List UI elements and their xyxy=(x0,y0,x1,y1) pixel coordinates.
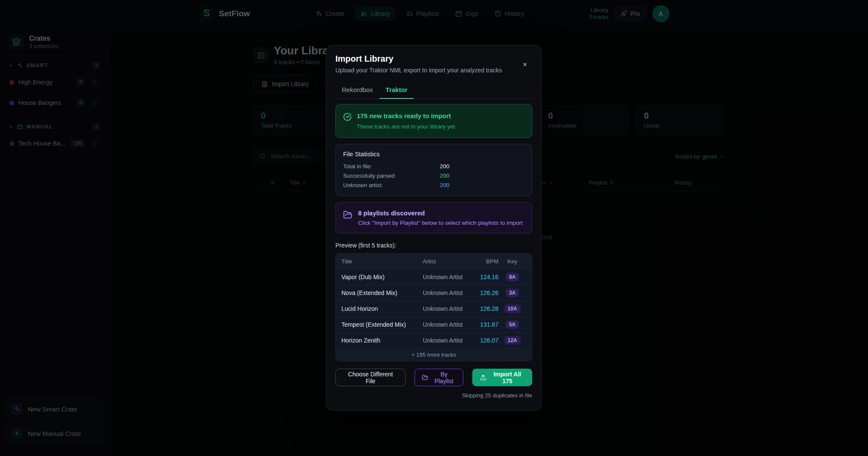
preview-table-header: Title Artist BPM Key xyxy=(336,253,532,269)
table-row: Lucid Horizon Unknown Artist 126.28 10A xyxy=(336,301,532,316)
folder-open-icon xyxy=(343,210,353,220)
choose-different-file-button[interactable]: Choose Different File xyxy=(335,369,406,386)
import-source-tabs: Rekordbox Traktor xyxy=(335,82,532,99)
playlists-discovered-card: 8 playlists discovered Click "Import by … xyxy=(335,202,532,233)
modal-subtitle: Upload your Traktor NML export to import… xyxy=(335,67,532,74)
circle-check-icon xyxy=(343,113,352,121)
table-row: Vapor (Dub Mix) Unknown Artist 124.16 8A xyxy=(336,269,532,285)
key-badge: 3A xyxy=(506,289,519,297)
table-row: Horizon Zenith Unknown Artist 126.07 12A xyxy=(336,332,532,348)
file-statistics-title: File Statistics xyxy=(343,151,524,158)
key-badge: 5A xyxy=(506,320,519,329)
key-badge: 8A xyxy=(506,273,519,281)
preview-table: Title Artist BPM Key Vapor (Dub Mix) Unk… xyxy=(335,253,532,361)
close-icon[interactable] xyxy=(520,59,530,69)
import-ready-alert: 175 new tracks ready to import These tra… xyxy=(335,104,532,138)
file-statistics-card: File Statistics Total in file: 200 Succe… xyxy=(335,144,532,196)
modal-title: Import Library xyxy=(335,54,532,64)
playlists-title: 8 playlists discovered xyxy=(358,209,523,217)
import-library-modal: Import Library Upload your Traktor NML e… xyxy=(326,45,542,411)
duplicates-note: Skipping 25 duplicates in file xyxy=(335,392,532,399)
tab-rekordbox[interactable]: Rekordbox xyxy=(335,82,379,99)
table-row: Tempest (Extended Mix) Unknown Artist 13… xyxy=(336,316,532,332)
stat-row-parsed: Successfully parsed: 200 xyxy=(343,173,524,179)
table-row: Nova (Extended Mix) Unknown Artist 126.2… xyxy=(336,285,532,301)
key-badge: 10A xyxy=(504,304,521,313)
stat-row-unknown-artist: Unknown artist: 200 xyxy=(343,182,524,188)
alert-title: 175 new tracks ready to import xyxy=(357,112,455,119)
key-badge: 12A xyxy=(504,336,521,345)
playlists-subtitle: Click "Import by Playlist" below to sele… xyxy=(358,220,523,226)
import-all-button[interactable]: Import All 175 xyxy=(472,369,532,386)
upload-icon xyxy=(480,374,486,381)
folder-open-icon xyxy=(422,374,428,381)
preview-label: Preview (first 5 tracks): xyxy=(335,242,532,249)
modal-actions: Choose Different File By Playlist Import… xyxy=(335,369,532,386)
alert-subtitle: These tracks are not in your library yet xyxy=(357,123,455,130)
more-tracks-footer: + 195 more tracks xyxy=(336,348,532,361)
by-playlist-button[interactable]: By Playlist xyxy=(415,369,463,386)
app-root: SetFlow Create Library Playlists Gigs xyxy=(0,0,868,456)
tab-traktor[interactable]: Traktor xyxy=(379,82,414,99)
stat-row-total: Total in file: 200 xyxy=(343,163,524,170)
